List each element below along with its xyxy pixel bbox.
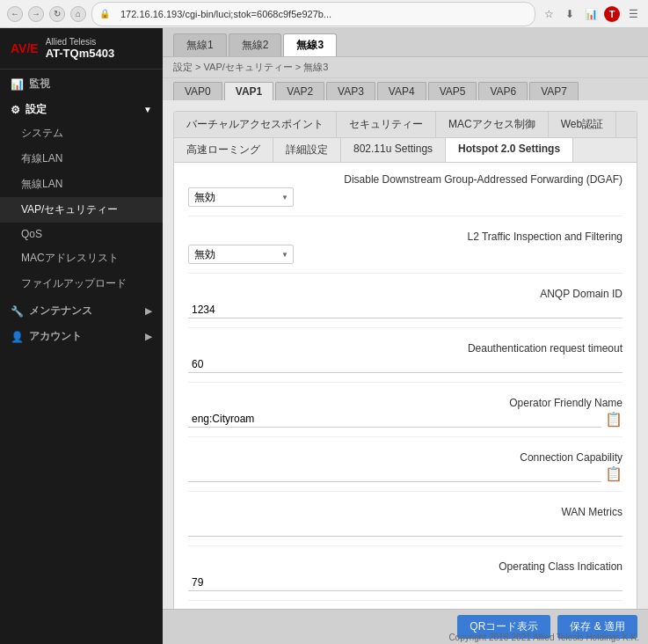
forward-button[interactable]: → [28,6,44,22]
sub-tab-advanced[interactable]: 詳細設定 [273,138,341,162]
connection-row: 📋 [188,465,623,482]
vap-tab-4[interactable]: VAP4 [377,82,426,100]
home-button[interactable]: ⌂ [70,6,86,22]
profile-icon: T [604,6,620,22]
sidebar-maintenance[interactable]: 🔧 メンテナンス ▶ [0,296,163,322]
l2-select-wrapper: 無効 [188,245,294,264]
l2-label: L2 Traffic Inspection and Filtering [188,227,623,245]
form-panel: バーチャルアクセスポイント セキュリティー MACアクセス制御 Web認証 高速… [173,111,637,609]
menu-icon[interactable]: ☰ [625,6,641,22]
l2-select-row: 無効 [188,245,623,264]
oci-label: Operating Class Indication [188,557,623,574]
anqp-label: ANQP Domain ID [188,284,623,302]
l2-field-group: L2 Traffic Inspection and Filtering 無効 [188,227,623,274]
extensions-icon[interactable]: 📊 [583,6,599,22]
vap-tab-1[interactable]: VAP1 [224,82,273,100]
oci-field-group: Operating Class Indication [188,557,623,601]
browser-chrome: ← → ↻ ⌂ 🔒 ☆ ⬇ 📊 T ☰ [0,0,648,28]
sidebar-item-wiredlan[interactable]: 有線LAN [0,146,163,172]
sidebar-item-wirelesslan[interactable]: 無線LAN [0,172,163,197]
wireless-tab-3[interactable]: 無線3 [283,33,337,56]
sidebar-item-vap[interactable]: VAP/セキュリティー [0,197,163,223]
breadcrumb: 設定 > VAP/セキュリティー > 無線3 [163,57,648,78]
operator-edit-icon[interactable]: 📋 [605,411,623,428]
bookmark-icon[interactable]: ☆ [541,6,557,22]
operator-label: Operator Friendly Name [188,393,623,411]
sidebar-item-mac[interactable]: MACアドレスリスト [0,245,163,271]
operator-field-group: Operator Friendly Name 📋 [188,393,623,437]
connection-field-group: Connection Capability 📋 [188,448,623,492]
brand-name: Allied Telesis [46,37,115,47]
operator-row: 📋 [188,411,623,428]
sub-tab-security[interactable]: セキュリティー [337,112,436,137]
oci-input[interactable] [188,574,623,591]
sidebar-settings[interactable]: ⚙ 設定 ▼ [0,95,163,121]
sidebar-item-qos[interactable]: QoS [0,223,163,245]
wan-field-group: WAN Metrics [188,502,623,546]
account-chevron: ▶ [145,332,152,341]
lock-icon: 🔒 [99,9,110,18]
vap-tabs: VAP0 VAP1 VAP2 VAP3 VAP4 VAP5 VAP6 VAP7 [163,78,648,100]
account-icon: 👤 [11,331,24,343]
sub-tab-hotspot[interactable]: Hotspot 2.0 Settings [446,138,573,162]
sub-tab-vap[interactable]: バーチャルアクセスポイント [174,112,337,137]
sub-tab-80211u[interactable]: 802.11u Settings [341,138,446,162]
deauth-field-group: Deauthentication request timeout [188,339,623,383]
wireless-tab-2[interactable]: 無線2 [229,33,282,56]
vap-tab-7[interactable]: VAP7 [529,82,579,100]
monitor-icon: 📊 [11,78,24,91]
wireless-tab-1[interactable]: 無線1 [173,33,227,56]
vap-tab-6[interactable]: VAP6 [478,82,528,100]
vap-tab-5[interactable]: VAP5 [428,82,477,100]
model-name: AT-TQm5403 [46,47,115,60]
sidebar-item-fileupload[interactable]: ファイルアップロード [0,271,163,296]
deauth-label: Deauthentication request timeout [188,339,623,356]
connection-input[interactable] [188,465,601,482]
deauth-input[interactable] [188,356,623,373]
anqp-input[interactable] [188,302,623,318]
content-area: バーチャルアクセスポイント セキュリティー MACアクセス制御 Web認証 高速… [163,100,648,609]
dgaf-label: Disable Downstream Group-Addressed Forwa… [188,170,623,187]
download-icon[interactable]: ⬇ [562,6,578,22]
dgaf-field-group: Disable Downstream Group-Addressed Forwa… [188,170,623,216]
sub-tabs-row2: 高速ローミング 詳細設定 802.11u Settings Hotspot 2.… [174,138,637,163]
wan-input[interactable] [188,520,623,537]
sidebar: AV/E Allied Telesis AT-TQm5403 📊 監視 ⚙ 設定… [0,28,163,644]
sidebar-monitor[interactable]: 📊 監視 [0,70,163,95]
sidebar-account[interactable]: 👤 アカウント ▶ [0,322,163,348]
connection-label: Connection Capability [188,448,623,465]
maintenance-chevron: ▶ [145,306,152,316]
operator-input[interactable] [188,411,601,428]
refresh-button[interactable]: ↻ [49,6,65,22]
vap-tab-0[interactable]: VAP0 [173,82,222,100]
dgaf-select-wrapper: 無効 [188,187,294,207]
form-body: Disable Downstream Group-Addressed Forwa… [174,163,637,609]
copyright-text: Copyright 2018-2021 Allied Telesis Holdi… [448,633,639,642]
sub-tab-mac-control[interactable]: MACアクセス制御 [436,112,549,137]
vap-tab-3[interactable]: VAP3 [326,82,375,100]
wireless-tabs: 無線1 無線2 無線3 [163,28,648,57]
logo-mark: AV/E [11,41,39,55]
back-button[interactable]: ← [7,6,23,22]
logo-area: AV/E Allied Telesis AT-TQm5403 [0,28,163,70]
sub-tabs-row1: バーチャルアクセスポイント セキュリティー MACアクセス制御 Web認証 [174,112,637,138]
bottom-area: QRコード表示 保存 & 適用 Copyright 2018-2021 Alli… [163,609,648,644]
connection-edit-icon[interactable]: 📋 [605,465,623,482]
dgaf-select-row: 無効 [188,187,623,207]
sidebar-nav: 📊 監視 ⚙ 設定 ▼ システム 有線LAN 無線LAN VAP/セキュリティー… [0,70,163,644]
settings-icon: ⚙ [11,104,20,116]
sub-tab-fast-roaming[interactable]: 高速ローミング [174,138,273,162]
sidebar-item-system[interactable]: システム [0,121,163,146]
url-bar[interactable] [113,4,528,24]
main-content: 無線1 無線2 無線3 設定 > VAP/セキュリティー > 無線3 VAP0 … [163,28,648,644]
wan-label: WAN Metrics [188,502,623,520]
maintenance-icon: 🔧 [11,305,24,318]
l2-select[interactable]: 無効 [188,245,294,264]
dgaf-select[interactable]: 無効 [188,187,294,207]
anqp-field-group: ANQP Domain ID [188,284,623,328]
settings-chevron: ▼ [143,105,152,114]
sub-tab-web-auth[interactable]: Web認証 [549,112,616,137]
vap-tab-2[interactable]: VAP2 [275,82,324,100]
